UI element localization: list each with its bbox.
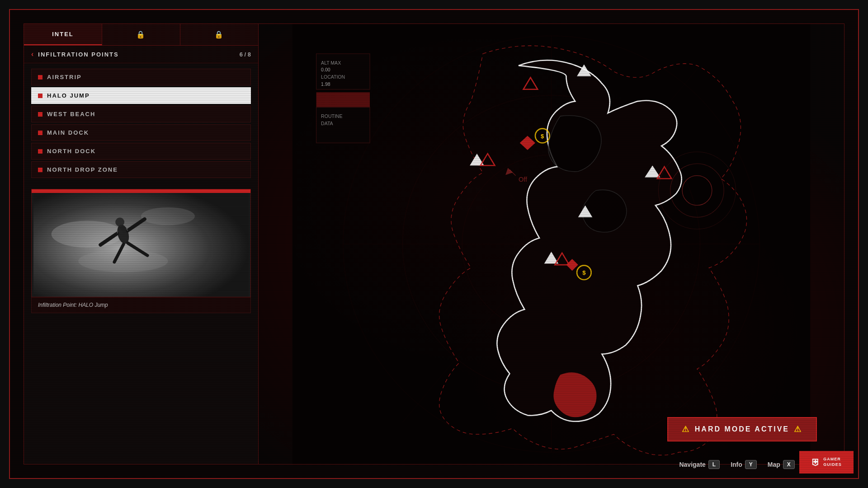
control-info: Info Y [731,460,757,469]
svg-rect-50 [316,92,370,107]
hard-mode-banner: ⚠ HARD MODE ACTIVE ⚠ [667,417,817,441]
warning-right-icon: ⚠ [794,424,802,434]
gamer-guides-logo: ⛨ GAMER GUIDES [799,451,854,474]
dot-icon-nd [38,149,42,154]
bottom-bar: Navigate L Info Y Map X Back B [24,455,844,474]
tab-locked-2[interactable]: 🔒 [180,24,258,45]
warning-left-icon: ⚠ [682,424,690,434]
skydiver-svg [32,189,250,297]
svg-text:ROUTINE: ROUTINE [321,113,342,119]
preview-header-bar [32,189,250,193]
list-item-west-beach[interactable]: WEST BEACH [31,106,251,122]
svg-rect-12 [33,189,249,297]
preview-image-container [31,189,251,297]
preview-section: Infiltration Point: HALO Jump [31,189,251,459]
preview-caption-text: Infiltration Point: HALO Jump [38,302,108,308]
halo-jump-label: HALO JUMP [47,92,90,99]
right-panel: $ $ Off ALT MAX 0.00 LOCATION 1.98 [259,23,844,465]
outer-border: INTEL 🔒 🔒 ‹ INFILTRATION POINTS 6 / [9,9,859,479]
gamer-guides-icon: ⛨ [811,457,821,468]
infiltration-list: AIRSTRIP HALO JUMP WEST BEACH MAIN DOCK [24,63,258,183]
map-label: Map [768,461,780,468]
gamer-guides-text: GAMER GUIDES [823,457,842,467]
list-item-north-dock[interactable]: NORTH DOCK [31,143,251,160]
tabs-row: INTEL 🔒 🔒 [24,24,258,46]
west-beach-label: WEST BEACH [47,111,95,117]
main-dock-label: MAIN DOCK [47,129,89,136]
list-item-halo-jump[interactable]: HALO JUMP [31,87,251,104]
hard-mode-label: HARD MODE ACTIVE [695,425,789,433]
back-nav-button[interactable]: ‹ INFILTRATION POINTS [31,50,119,58]
screen: INTEL 🔒 🔒 ‹ INFILTRATION POINTS 6 / [0,0,868,488]
svg-text:LOCATION: LOCATION [321,74,345,80]
preview-image [32,189,250,297]
tab-intel[interactable]: INTEL [24,24,102,45]
lock-icon-1: 🔒 [136,30,146,39]
back-nav[interactable]: ‹ INFILTRATION POINTS 6 / 8 [24,46,258,63]
dot-icon-md [38,131,42,135]
map-svg: $ $ Off ALT MAX 0.00 LOCATION 1.98 [259,24,844,464]
dot-icon-ndz [38,168,42,172]
navigate-label: Navigate [679,461,705,468]
infiltration-count: 6 / 8 [240,51,251,58]
info-key: Y [745,460,757,469]
list-item-main-dock[interactable]: MAIN DOCK [31,124,251,141]
dot-icon-wb [38,112,42,117]
svg-text:Off: Off [519,176,528,183]
dot-icon [38,75,42,80]
preview-caption: Infiltration Point: HALO Jump [31,297,251,313]
map-key: X [783,460,795,469]
svg-text:0.00: 0.00 [321,67,330,72]
airstrip-label: AIRSTRIP [47,74,82,80]
map-area: $ $ Off ALT MAX 0.00 LOCATION 1.98 [259,24,844,464]
control-navigate: Navigate L [679,460,720,469]
svg-text:$: $ [582,269,586,276]
list-item-airstrip[interactable]: AIRSTRIP [31,69,251,85]
svg-text:1.98: 1.98 [321,81,330,87]
svg-text:ALT MAX: ALT MAX [321,60,341,66]
list-item-north-drop-zone[interactable]: NORTH DROP ZONE [31,161,251,178]
main-container: INTEL 🔒 🔒 ‹ INFILTRATION POINTS 6 / [24,23,844,465]
north-dock-label: NORTH DOCK [47,148,96,155]
lock-icon-2: 🔒 [214,30,224,39]
control-map: Map X [768,460,795,469]
back-arrow-icon: ‹ [31,50,34,58]
navigate-key: L [708,460,720,469]
tab-locked-1[interactable]: 🔒 [102,24,180,45]
info-label: Info [731,461,742,468]
north-drop-zone-label: NORTH DROP ZONE [47,166,118,173]
infiltration-points-label: INFILTRATION POINTS [38,51,118,58]
dot-icon-selected [38,94,42,98]
left-panel: INTEL 🔒 🔒 ‹ INFILTRATION POINTS 6 / [24,23,259,465]
svg-text:DATA: DATA [321,121,333,126]
svg-text:$: $ [541,133,544,140]
